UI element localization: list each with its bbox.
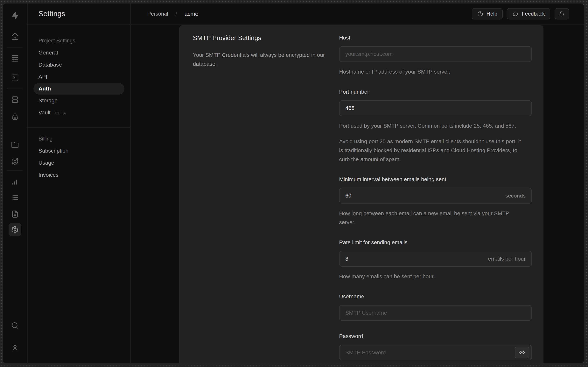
home-icon[interactable] [8, 30, 21, 43]
sidebar-item-subscription[interactable]: Subscription [28, 145, 130, 157]
field-port: Port number Port used by your SMTP serve… [339, 89, 532, 164]
interval-label: Minimum interval between emails being se… [339, 176, 532, 183]
help-circle-icon [477, 11, 483, 17]
breadcrumb: Personal / acme [147, 10, 198, 17]
reveal-password-button[interactable] [515, 347, 530, 358]
panel-intro: SMTP Provider Settings Your SMTP Credent… [193, 34, 329, 363]
sidebar-header: Settings [28, 3, 130, 25]
breadcrumb-org[interactable]: Personal [147, 11, 168, 17]
field-rate-limit: Rate limit for sending emails emails per… [339, 239, 532, 281]
menu-divider [28, 127, 130, 128]
sidebar-item-storage[interactable]: Storage [28, 95, 130, 107]
icon-rail [3, 3, 28, 363]
username-label: Username [339, 293, 532, 300]
app-window: Settings Project Settings General Databa… [3, 3, 584, 363]
sidebar-item-vault[interactable]: Vault BETA [28, 107, 130, 119]
eye-icon [519, 350, 525, 356]
breadcrumb-project[interactable]: acme [185, 11, 198, 17]
host-helper: Hostname or IP address of your SMTP serv… [339, 67, 526, 76]
header-actions: Help Feedback [472, 8, 569, 19]
menu-section-project-settings: Project Settings [28, 35, 130, 47]
bell-icon [559, 11, 565, 17]
beta-badge: BETA [55, 106, 66, 119]
field-username: Username [339, 293, 532, 321]
port-input[interactable] [339, 100, 532, 116]
feedback-button[interactable]: Feedback [507, 8, 550, 19]
sidebar-item-general[interactable]: General [28, 47, 130, 59]
rate-limit-label: Rate limit for sending emails [339, 239, 532, 246]
table-editor-icon[interactable] [8, 52, 21, 65]
rate-limit-helper: How many emails can be sent per hour. [339, 272, 526, 281]
sidebar-item-database[interactable]: Database [28, 59, 130, 71]
notifications-button[interactable] [555, 8, 569, 19]
port-note: Avoid using port 25 as modern SMTP email… [339, 137, 526, 164]
sidebar-item-auth[interactable]: Auth [33, 83, 124, 95]
field-interval: Minimum interval between emails being se… [339, 176, 532, 227]
rate-limit-input[interactable] [339, 251, 532, 267]
password-input[interactable] [339, 345, 532, 360]
port-label: Port number [339, 89, 532, 95]
username-input[interactable] [339, 305, 532, 321]
smtp-form: Host Hostname or IP address of your SMTP… [339, 34, 532, 363]
storage-folder-icon[interactable] [8, 138, 21, 151]
menu-section-billing: Billing [28, 133, 130, 145]
logs-list-icon[interactable] [8, 191, 21, 204]
project-settings-gear-icon[interactable] [8, 223, 21, 236]
field-password: Password [339, 333, 532, 360]
main-area: Personal / acme Help Feedback [131, 3, 584, 363]
interval-helper: How long between each email can a new em… [339, 209, 526, 227]
reports-chart-icon[interactable] [8, 175, 21, 188]
interval-input[interactable] [339, 188, 532, 204]
host-input[interactable] [339, 46, 532, 62]
chat-bubble-icon [512, 11, 519, 17]
settings-sidebar: Settings Project Settings General Databa… [28, 3, 131, 363]
help-button[interactable]: Help [472, 8, 503, 19]
settings-menu: Project Settings General Database API Au… [28, 25, 130, 181]
port-helper: Port used by your SMTP server. Common po… [339, 121, 526, 130]
sidebar-item-usage[interactable]: Usage [28, 157, 130, 169]
api-docs-file-icon[interactable] [8, 208, 21, 220]
breadcrumb-separator: / [176, 10, 177, 17]
user-icon[interactable] [8, 342, 21, 354]
main-header: Personal / acme Help Feedback [131, 3, 584, 25]
sql-editor-icon[interactable] [8, 71, 21, 84]
rail-divider [7, 47, 23, 48]
sidebar-title: Settings [39, 10, 65, 18]
password-label: Password [339, 333, 532, 339]
search-icon[interactable] [8, 319, 21, 332]
smtp-settings-panel: SMTP Provider Settings Your SMTP Credent… [179, 25, 543, 363]
auth-lock-icon[interactable] [8, 110, 21, 123]
edge-functions-orbit-icon[interactable] [8, 155, 21, 168]
rail-divider [7, 170, 23, 171]
field-host: Host Hostname or IP address of your SMTP… [339, 35, 532, 76]
sidebar-item-invoices[interactable]: Invoices [28, 169, 130, 181]
rail-divider [7, 89, 23, 89]
panel-description: Your SMTP Credentials will always be enc… [193, 50, 327, 68]
host-label: Host [339, 35, 532, 41]
sidebar-item-api[interactable]: API [28, 71, 130, 83]
database-icon[interactable] [8, 93, 21, 106]
panel-title: SMTP Provider Settings [193, 34, 329, 42]
supabase-logo-icon[interactable] [10, 11, 20, 20]
